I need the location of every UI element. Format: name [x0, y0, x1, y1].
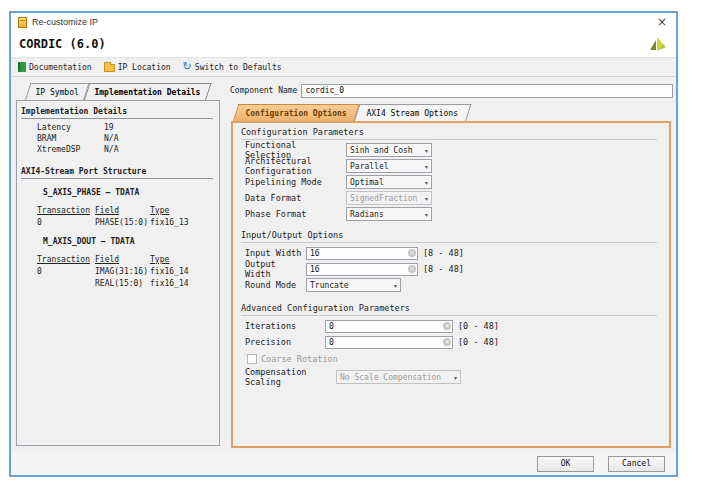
- round-mode-select[interactable]: Truncate ▾: [306, 278, 401, 292]
- round-mode-label: Round Mode: [245, 280, 306, 290]
- col-type: Type: [150, 206, 215, 215]
- coarse-rotation-checkbox: [247, 354, 257, 364]
- component-name-row: Component Name: [230, 83, 673, 98]
- output-width-label: Output Width: [245, 259, 306, 279]
- compensation-scaling-select: No Scale Compensation ▾: [336, 370, 461, 384]
- bram-label: BRAM: [37, 134, 104, 143]
- footer-bar: OK Cancel: [11, 452, 676, 475]
- xtremedsp-row: XtremeDSP N/A: [17, 144, 219, 155]
- clear-icon[interactable]: ×: [408, 249, 416, 257]
- cell-type: fix16_13: [150, 218, 215, 227]
- advanced-configuration-heading: Advanced Configuration Parameters: [241, 303, 657, 316]
- tab-ip-symbol[interactable]: IP Symbol: [25, 83, 90, 100]
- col-field: Field: [95, 206, 150, 215]
- cell-field: IMAG(31:16): [95, 267, 150, 276]
- bram-value: N/A: [104, 134, 118, 143]
- functional-selection-select[interactable]: Sinh and Cosh ▾: [346, 143, 432, 157]
- tab-implementation-details[interactable]: Implementation Details: [84, 83, 211, 100]
- table-header-row: Transaction Field Type: [37, 253, 215, 265]
- output-width-range: [8 - 48]: [423, 264, 464, 274]
- title-bar: Re-customize IP ×: [11, 13, 676, 31]
- precision-row: Precision × [0 - 48]: [233, 334, 669, 350]
- left-tab-bar: IP Symbol Implementation Details: [25, 83, 206, 100]
- cell-transaction: 0: [37, 218, 95, 227]
- iterations-range: [0 - 48]: [458, 321, 499, 331]
- input-width-range: [8 - 48]: [423, 248, 464, 258]
- pipelining-mode-select[interactable]: Optimal ▾: [346, 175, 432, 189]
- input-width-field[interactable]: [306, 247, 418, 260]
- m-axis-dout-title: M_AXIS_DOUT — TDATA: [17, 237, 219, 249]
- right-tab-bar: Configuration Options AXI4 Stream Option…: [233, 104, 466, 121]
- page-title: CORDIC (6.0): [19, 37, 106, 51]
- tab-axi4-stream-options-label: AXI4 Stream Options: [367, 109, 459, 118]
- table-row: 0 PHASE(15:0) fix16_13: [37, 216, 215, 228]
- table-row: 0 IMAG(31:16) fix16_14: [37, 265, 215, 277]
- chevron-down-icon: ▾: [425, 179, 428, 186]
- clear-icon[interactable]: ×: [408, 265, 416, 273]
- cell-type: fix16_14: [150, 279, 215, 288]
- configuration-options-panel: Configuration Parameters Functional Sele…: [231, 121, 671, 448]
- coarse-rotation-label: Coarse Rotation: [261, 354, 338, 364]
- architectural-configuration-select[interactable]: Parallel ▾: [346, 159, 432, 173]
- ip-window-icon: [18, 17, 27, 28]
- round-mode-value: Truncate: [310, 281, 349, 290]
- cancel-button[interactable]: Cancel: [608, 456, 665, 472]
- bram-row: BRAM N/A: [17, 133, 219, 144]
- folder-icon: [104, 64, 115, 72]
- ip-location-button[interactable]: IP Location: [104, 62, 171, 72]
- compensation-scaling-value: No Scale Compensation: [340, 373, 441, 382]
- iterations-row: Iterations × [0 - 48]: [233, 318, 669, 334]
- documentation-button[interactable]: Documentation: [18, 62, 92, 72]
- window-title: Re-customize IP: [32, 17, 98, 27]
- switch-to-defaults-label: Switch to Defaults: [195, 63, 282, 72]
- functional-selection-value: Sinh and Cosh: [350, 146, 413, 155]
- data-format-row: Data Format SignedFraction ▾: [233, 190, 669, 206]
- precision-range: [0 - 48]: [458, 337, 499, 347]
- switch-to-defaults-button[interactable]: ↻ Switch to Defaults: [183, 62, 282, 72]
- architectural-configuration-row: Architectural Configuration Parallel ▾: [233, 158, 669, 174]
- xtremedsp-value: N/A: [104, 145, 118, 154]
- chevron-down-icon: ▾: [425, 147, 428, 154]
- refresh-icon: ↻: [183, 62, 192, 72]
- tab-configuration-options-label: Configuration Options: [246, 109, 347, 118]
- ok-button[interactable]: OK: [537, 456, 594, 472]
- component-name-input[interactable]: [301, 84, 673, 98]
- m-axis-dout-table: Transaction Field Type 0 IMAG(31:16) fix…: [37, 253, 215, 289]
- tab-configuration-options[interactable]: Configuration Options: [233, 104, 360, 121]
- s-axis-phase-title: S_AXIS_PHASE — TDATA: [17, 188, 219, 200]
- clear-icon[interactable]: ×: [443, 338, 451, 346]
- cell-field: REAL(15:0): [95, 279, 150, 288]
- phase-format-select[interactable]: Radians ▾: [346, 207, 432, 221]
- col-field: Field: [95, 255, 150, 264]
- iterations-field[interactable]: [325, 320, 453, 333]
- tab-axi4-stream-options[interactable]: AXI4 Stream Options: [354, 104, 471, 121]
- implementation-details-panel: Implementation Details Latency 19 BRAM N…: [16, 100, 220, 446]
- clear-icon[interactable]: ×: [443, 322, 451, 330]
- col-transaction: Transaction: [37, 255, 95, 264]
- precision-field[interactable]: [325, 336, 453, 349]
- pipelining-mode-label: Pipelining Mode: [245, 177, 346, 187]
- architectural-configuration-label: Architectural Configuration: [245, 156, 346, 176]
- axi4-port-structure-heading: AXI4-Stream Port Structure: [21, 167, 213, 179]
- recustomize-ip-dialog: Re-customize IP × CORDIC (6.0) Documenta…: [9, 11, 678, 477]
- chevron-down-icon: ▾: [454, 374, 457, 381]
- dialog-header: CORDIC (6.0): [11, 31, 676, 57]
- documentation-label: Documentation: [29, 63, 92, 72]
- round-mode-row: Round Mode Truncate ▾: [233, 277, 669, 293]
- chevron-down-icon: ▾: [425, 163, 428, 170]
- output-width-field[interactable]: [306, 263, 418, 276]
- phase-format-label: Phase Format: [245, 209, 346, 219]
- pipelining-mode-row: Pipelining Mode Optimal ▾: [233, 174, 669, 190]
- close-button[interactable]: ×: [655, 16, 669, 28]
- compensation-scaling-label: Compensation Scaling: [245, 367, 336, 387]
- phase-format-row: Phase Format Radians ▾: [233, 206, 669, 222]
- book-icon: [18, 62, 26, 72]
- table-row: REAL(15:0) fix16_14: [37, 277, 215, 289]
- precision-label: Precision: [245, 337, 325, 347]
- cell-type: fix16_14: [150, 267, 215, 276]
- toolbar: Documentation IP Location ↻ Switch to De…: [11, 57, 676, 77]
- main-area: IP Symbol Implementation Details Impleme…: [11, 77, 676, 452]
- input-width-label: Input Width: [245, 248, 306, 258]
- latency-value: 19: [104, 123, 114, 132]
- tab-implementation-details-label: Implementation Details: [95, 88, 201, 97]
